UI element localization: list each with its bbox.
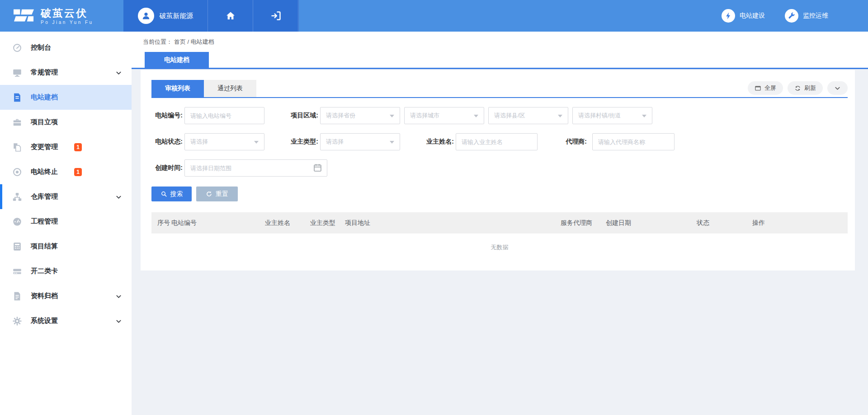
sidebar-item-project-settlement[interactable]: 项目结算 — [0, 234, 132, 259]
status-badge: 1 — [74, 143, 82, 151]
user-icon — [141, 10, 151, 21]
chevron-down-icon — [116, 194, 122, 200]
table-header-row: 序号 电站编号 业主姓名 业主类型 项目地址 服务代理商 创建日期 状态 操作 — [151, 212, 848, 233]
card-header: 审核列表 通过列表 全屏 刷新 — [151, 80, 848, 98]
sidebar-item-general-mgmt[interactable]: 常规管理 — [0, 60, 132, 85]
sidebar-item-project-initiation[interactable]: 项目立项 — [0, 110, 132, 135]
brand-logo[interactable]: 破茧云伏 Po Jian Yun Fu — [0, 0, 123, 32]
fullscreen-button[interactable]: 全屏 — [748, 81, 783, 95]
header-right-nav: 电站建设 监控运维 — [299, 0, 868, 32]
station-status-label: 电站状态: — [151, 138, 183, 146]
caret-down-icon — [390, 141, 394, 146]
nav-station-construction[interactable]: 电站建设 — [722, 9, 765, 23]
refresh-button[interactable]: 刷新 — [788, 81, 823, 95]
gear-icon — [12, 316, 22, 326]
col-service-agent: 服务代理商 — [561, 219, 606, 227]
agent-input[interactable] — [592, 133, 675, 150]
header-user-menu[interactable]: 破茧新能源 — [123, 0, 208, 32]
header-logout-button[interactable] — [253, 0, 298, 32]
search-button[interactable]: 搜索 — [151, 187, 192, 201]
archive-file-icon — [12, 291, 22, 301]
company-name: 破茧新能源 — [160, 12, 193, 20]
list-tabs: 审核列表 通过列表 — [151, 80, 256, 97]
status-badge: 1 — [74, 168, 82, 176]
tab-passed-list[interactable]: 通过列表 — [204, 80, 256, 97]
page-tab-row: 电站建档 — [132, 52, 868, 68]
calculator-icon — [12, 242, 22, 252]
sidebar-item-station-filing[interactable]: 电站建档 — [0, 85, 132, 110]
owner-name-input[interactable] — [456, 133, 538, 150]
main-content: 当前位置： 首页 / 电站建档 电站建档 审核列表 通过列表 全屏 刷新 — [132, 32, 868, 415]
sidebar-item-warehouse-mgmt[interactable]: 仓库管理 — [0, 184, 132, 209]
sidebar-item-change-mgmt[interactable]: 变更管理 1 — [0, 135, 132, 159]
city-select[interactable]: 请选择城市 — [404, 107, 484, 124]
card-icon — [12, 266, 22, 276]
region-label: 项目区域: — [288, 112, 318, 120]
station-no-label: 电站编号: — [151, 112, 183, 120]
copy-icon — [12, 142, 22, 152]
county-select[interactable]: 请选择县/区 — [488, 107, 568, 124]
caret-down-icon — [254, 141, 259, 146]
logout-icon — [270, 10, 282, 22]
results-table: 序号 电站编号 业主姓名 业主类型 项目地址 服务代理商 创建日期 状态 操作 … — [151, 212, 848, 261]
col-index: 序号 — [151, 219, 171, 227]
town-select[interactable]: 请选择村镇/街道 — [572, 107, 652, 124]
station-no-input[interactable] — [184, 107, 264, 124]
date-range-input[interactable] — [184, 159, 327, 177]
brand-subtitle: Po Jian Yun Fu — [41, 20, 94, 25]
page-tab-station-filing[interactable]: 电站建档 — [145, 52, 209, 68]
briefcase-icon — [12, 117, 22, 127]
document-icon — [12, 93, 22, 103]
nav-monitoring-ops-label: 监控运维 — [803, 12, 828, 20]
created-time-label: 创建时间: — [151, 164, 183, 172]
chevron-down-icon — [116, 70, 122, 76]
search-icon — [160, 191, 167, 197]
reset-button[interactable]: 重置 — [196, 187, 238, 201]
caret-down-icon — [558, 115, 562, 120]
refresh-icon — [794, 85, 801, 92]
station-status-select[interactable]: 请选择 — [184, 133, 264, 150]
header-home-button[interactable] — [208, 0, 253, 32]
sidebar-item-engineering-mgmt[interactable]: 工程管理 — [0, 209, 132, 234]
home-icon — [225, 10, 236, 21]
lightning-icon — [722, 9, 735, 23]
filter-row-3: 创建时间: — [151, 159, 848, 177]
sidebar-item-data-archive[interactable]: 资料归档 — [0, 284, 132, 308]
active-indicator-bar — [0, 184, 2, 209]
avatar — [138, 8, 154, 24]
tab-review-list[interactable]: 审核列表 — [151, 80, 204, 97]
card-actions: 全屏 刷新 — [748, 81, 848, 97]
chevron-down-icon — [116, 294, 122, 299]
nav-monitoring-ops[interactable]: 监控运维 — [785, 9, 828, 23]
header-nav-group: 破茧新能源 — [123, 0, 299, 32]
sidebar-item-console[interactable]: 控制台 — [0, 35, 132, 60]
date-range-picker[interactable] — [184, 159, 327, 177]
sidebar: 控制台 常规管理 电站建档 项目立项 变更管理 1 电站终止 1 — [0, 32, 132, 415]
filter-buttons: 搜索 重置 — [151, 187, 848, 201]
breadcrumb-path[interactable]: 首页 / 电站建档 — [174, 38, 214, 46]
owner-type-select[interactable]: 请选择 — [320, 133, 400, 150]
province-select[interactable]: 请选择省份 — [320, 107, 400, 124]
filter-row-2: 电站状态: 请选择 业主类型: 请选择 业主姓名: 代理商: — [151, 133, 848, 150]
brand-title: 破茧云伏 — [41, 7, 94, 19]
record-circle-icon — [12, 167, 22, 177]
col-actions: 操作 — [752, 219, 848, 227]
agent-label: 代理商: — [561, 138, 587, 146]
breadcrumb-label: 当前位置： — [143, 38, 172, 46]
col-status: 状态 — [697, 219, 752, 227]
collapse-button[interactable] — [827, 81, 848, 95]
sidebar-item-station-termination[interactable]: 电站终止 1 — [0, 159, 132, 184]
chevron-down-icon — [116, 318, 122, 324]
monitor-icon — [12, 68, 22, 78]
sitemap-icon — [12, 192, 22, 202]
sidebar-item-system-settings[interactable]: 系统设置 — [0, 308, 132, 333]
col-created-date: 创建日期 — [606, 219, 697, 227]
top-header: 破茧云伏 Po Jian Yun Fu 破茧新能源 — [0, 0, 868, 32]
nav-station-construction-label: 电站建设 — [740, 12, 765, 20]
sidebar-item-open-card[interactable]: 开二类卡 — [0, 259, 132, 284]
col-owner-type: 业主类型 — [310, 219, 345, 227]
col-project-address: 项目地址 — [345, 219, 561, 227]
reset-icon — [206, 191, 212, 197]
filter-row-1: 电站编号: 项目区域: 请选择省份 请选择城市 请选择县/区 请选择村镇/街道 — [151, 107, 848, 124]
caret-down-icon — [390, 115, 394, 120]
